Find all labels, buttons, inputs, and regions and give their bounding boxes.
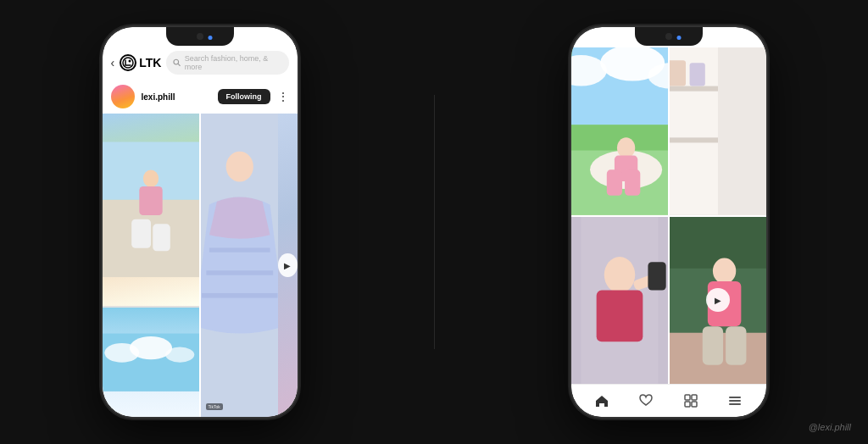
svg-rect-8 [131, 219, 151, 248]
svg-point-38 [604, 257, 634, 293]
img-selfie[interactable] [571, 217, 668, 385]
back-button[interactable]: ‹ [111, 56, 115, 69]
svg-point-45 [712, 258, 735, 283]
svg-point-2 [174, 59, 179, 64]
svg-rect-52 [692, 402, 697, 407]
right-sensor-dot [676, 36, 681, 40]
image-grid-left: ▶ TikTok [103, 114, 298, 417]
nav-menu[interactable] [726, 391, 744, 410]
avatar [111, 85, 135, 108]
ltk-text: LTK [139, 56, 161, 69]
svg-point-6 [142, 170, 158, 188]
svg-rect-28 [606, 169, 621, 195]
right-notch [635, 27, 703, 46]
ltk-icon [120, 54, 136, 71]
nav-grid[interactable] [682, 391, 700, 410]
nav-heart[interactable] [637, 391, 655, 410]
bottom-nav [571, 384, 766, 417]
svg-rect-54 [729, 400, 741, 402]
svg-rect-7 [139, 186, 162, 215]
left-column [103, 114, 199, 417]
divider [434, 95, 435, 349]
profile-bar: lexi.phill Following ⋮ [103, 80, 298, 114]
username-label: lexi.phill [142, 92, 211, 102]
svg-point-26 [616, 137, 634, 158]
svg-point-1 [129, 60, 131, 63]
play-button-right[interactable]: ▶ [706, 288, 730, 312]
svg-rect-29 [625, 169, 640, 195]
play-icon-right: ▶ [715, 296, 721, 305]
play-icon: ▶ [284, 261, 291, 270]
svg-rect-49 [685, 395, 690, 400]
img-video-tiktok[interactable]: ▶ TikTok [201, 114, 298, 417]
svg-rect-41 [648, 262, 665, 290]
ltk-logo: LTK [120, 54, 161, 71]
following-button[interactable]: Following [218, 89, 270, 104]
image-grid-right: ▶ [571, 27, 766, 384]
play-button-left[interactable]: ▶ [278, 253, 297, 277]
search-bar[interactable]: Search fashion, home, & more [166, 51, 288, 75]
svg-rect-47 [702, 326, 722, 365]
img-video-right[interactable]: ▶ [670, 217, 766, 385]
more-button[interactable]: ⋮ [277, 90, 289, 103]
right-phone: ▶ [571, 27, 766, 417]
left-screen: ‹ LTK Search [103, 27, 298, 417]
svg-point-15 [225, 152, 253, 182]
nav-home[interactable] [593, 391, 611, 410]
svg-rect-9 [153, 224, 170, 251]
svg-rect-48 [726, 326, 746, 365]
scene: ‹ LTK Search [0, 0, 868, 444]
svg-point-13 [165, 347, 194, 362]
svg-rect-32 [670, 86, 718, 92]
sensor-dot [208, 36, 212, 40]
img-picnic[interactable] [571, 47, 668, 215]
watermark: @lexi.phill [809, 422, 851, 432]
right-camera-sensor [665, 33, 672, 40]
tiktok-label: TikTok [206, 403, 223, 410]
svg-rect-35 [689, 63, 704, 86]
right-screen: ▶ [571, 27, 766, 417]
left-phone: ‹ LTK Search [103, 27, 298, 417]
svg-rect-33 [670, 137, 718, 142]
svg-rect-50 [692, 395, 697, 400]
img-bedroom[interactable] [670, 47, 766, 215]
search-placeholder: Search fashion, home, & more [185, 54, 282, 71]
svg-rect-55 [729, 403, 741, 405]
img-sky[interactable] [103, 308, 199, 417]
svg-rect-39 [596, 290, 643, 341]
search-icon [173, 58, 181, 67]
svg-rect-51 [685, 402, 690, 407]
camera-sensor [197, 33, 203, 40]
notch [166, 27, 234, 46]
svg-point-0 [123, 58, 133, 68]
svg-rect-53 [729, 397, 741, 398]
svg-rect-34 [670, 60, 686, 86]
svg-line-3 [178, 64, 180, 65]
img-pink-girl[interactable] [103, 114, 199, 306]
